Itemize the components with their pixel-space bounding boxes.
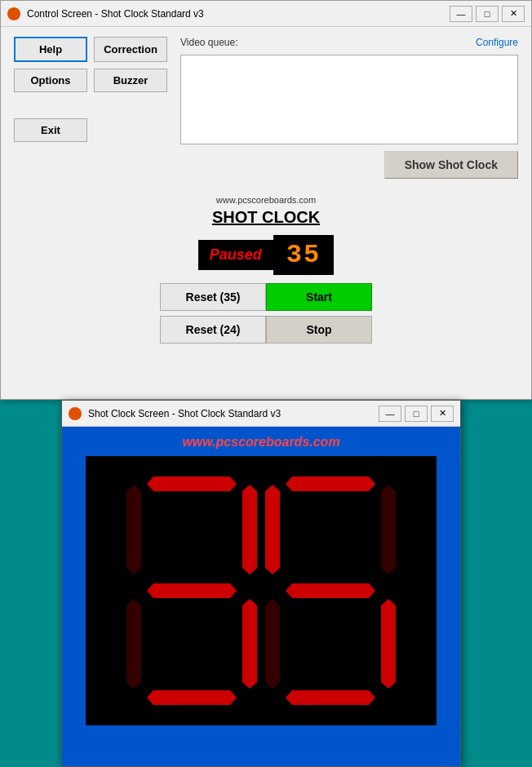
control-window-icon (7, 7, 20, 20)
maximize-button[interactable]: □ (476, 6, 499, 22)
seg-5-top (286, 477, 375, 491)
big-display (86, 456, 437, 725)
stop-button[interactable]: Stop (266, 316, 372, 344)
seg-3-br (242, 599, 257, 689)
configure-link[interactable]: Configure (476, 37, 518, 48)
control-content: Help Correction Options Buzzer Exit Vide… (1, 27, 531, 188)
video-queue-box (180, 55, 518, 144)
shot-clock-display: Paused 35 (198, 235, 334, 275)
shot-clock-screen-content: www.pcscoreboards.com (62, 427, 460, 766)
website-text: www.pcscoreboards.com (1, 195, 531, 205)
video-queue-label: Video queue: (180, 37, 238, 48)
seg-3-bl (126, 599, 141, 689)
buzzer-button[interactable]: Buzzer (94, 69, 167, 92)
seg-5-tr (381, 485, 396, 574)
seg-3-tl (126, 485, 141, 574)
top-button-row: Help Correction (14, 37, 167, 62)
reset-35-button[interactable]: Reset (35) (160, 283, 266, 311)
clock-btn-row-top: Reset (35) Start (160, 283, 372, 311)
paused-status: Paused (198, 240, 273, 270)
shot-clock-section: SHOT CLOCK Paused 35 Reset (35) Start Re… (1, 208, 531, 344)
seg-5-br (381, 599, 396, 689)
title-bar-controls: — □ ✕ (450, 6, 525, 22)
digit-3 (126, 477, 257, 705)
shot-clock-title-bar: Shot Clock Screen - Shot Clock Standard … (62, 401, 460, 427)
seg-3-top (147, 477, 237, 491)
shot-clock-minimize-button[interactable]: — (379, 406, 401, 422)
mid-button-row: Options Buzzer (14, 69, 167, 92)
seg-5-tl (265, 485, 280, 574)
clock-buttons: Reset (35) Start Reset (24) Stop (14, 283, 518, 344)
seg-5-mid (286, 583, 375, 598)
shot-clock-close-button[interactable]: ✕ (431, 406, 454, 422)
digit-5 (265, 477, 396, 705)
seg-5-bot (286, 690, 375, 705)
clock-number: 35 (273, 235, 334, 275)
left-panel: Help Correction Options Buzzer Exit (14, 37, 167, 179)
options-button[interactable]: Options (14, 69, 87, 92)
video-queue-header: Video queue: Configure (180, 37, 518, 48)
close-button[interactable]: ✕ (502, 6, 525, 22)
exit-button[interactable]: Exit (14, 118, 87, 142)
shot-clock-window-icon (69, 407, 82, 420)
right-panel: Video queue: Configure Show Shot Clock (180, 37, 518, 179)
reset-24-button[interactable]: Reset (24) (160, 316, 266, 344)
seg-5-bl (265, 599, 280, 689)
show-shot-clock-button[interactable]: Show Shot Clock (384, 151, 518, 179)
help-button[interactable]: Help (14, 37, 87, 62)
shot-clock-title: SHOT CLOCK (14, 208, 518, 227)
control-title-bar: Control Screen - Shot Clock Standard v3 … (1, 1, 531, 27)
correction-button[interactable]: Correction (94, 37, 167, 62)
shot-clock-website: www.pcscoreboards.com (182, 435, 339, 450)
control-window: Control Screen - Shot Clock Standard v3 … (0, 0, 532, 400)
seg-3-tr (242, 485, 257, 574)
seg-3-bot (147, 690, 237, 705)
control-window-title: Control Screen - Shot Clock Standard v3 (27, 8, 450, 20)
shot-clock-window: Shot Clock Screen - Shot Clock Standard … (61, 400, 461, 767)
shot-clock-window-title: Shot Clock Screen - Shot Clock Standard … (88, 408, 379, 419)
minimize-button[interactable]: — (450, 6, 472, 22)
clock-btn-row-bottom: Reset (24) Stop (160, 316, 372, 344)
shot-clock-maximize-button[interactable]: □ (405, 406, 428, 422)
seg-3-mid (147, 583, 237, 598)
shot-clock-title-controls: — □ ✕ (379, 406, 454, 422)
start-button[interactable]: Start (266, 283, 372, 311)
